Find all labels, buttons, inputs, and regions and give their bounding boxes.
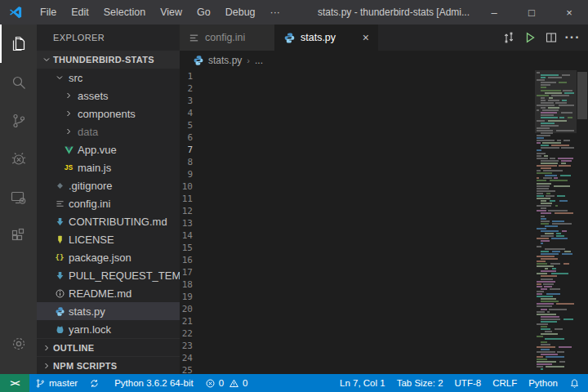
vue-file-icon xyxy=(62,143,75,156)
tree-item-label: package.json xyxy=(69,252,131,264)
window-controls: – □ × xyxy=(475,0,588,24)
encoding-status[interactable]: UTF-8 xyxy=(449,374,488,392)
breadcrumb[interactable]: stats.py › ... xyxy=(180,51,588,70)
tab-stats-py[interactable]: stats.py × xyxy=(275,24,378,51)
line-number: 11 xyxy=(180,193,193,205)
menu-view[interactable]: View xyxy=(153,0,189,24)
tree-item--gitignore[interactable]: .gitignore xyxy=(37,176,180,194)
problems-status[interactable]: 0 0 xyxy=(199,374,254,392)
chevron-down-icon xyxy=(40,53,53,66)
tab-size-status[interactable]: Tab Size: 2 xyxy=(391,374,449,392)
scrollbar-thumb[interactable] xyxy=(577,72,587,119)
git-branch-status[interactable]: master xyxy=(29,374,83,392)
line-number: 3 xyxy=(180,95,193,107)
md-file-icon xyxy=(53,215,66,228)
tree-item-src[interactable]: src xyxy=(37,69,180,87)
breadcrumb-file[interactable]: stats.py xyxy=(208,55,242,66)
close-tab-icon[interactable]: × xyxy=(356,31,369,44)
tree-root-thunderbird-stats[interactable]: THUNDERBIRD-STATS xyxy=(37,51,180,69)
tree-item-label: App.vue xyxy=(78,144,117,156)
tree-item-label: .gitignore xyxy=(69,180,112,192)
chevron-right-icon xyxy=(62,89,75,102)
line-number: 10 xyxy=(180,180,193,193)
remote-monitor-icon[interactable] xyxy=(0,178,37,216)
title-bar: FileEditSelectionViewGoDebug··· stats.py… xyxy=(0,0,588,24)
tree-item-main-js[interactable]: JSmain.js xyxy=(37,158,180,176)
tree-item-readme-md[interactable]: README.md xyxy=(37,284,180,302)
tree-item-label: config.ini xyxy=(69,198,110,210)
tree-item-license[interactable]: LICENSE xyxy=(37,230,180,248)
line-number: 22 xyxy=(180,327,193,340)
chevron-right-icon xyxy=(62,125,75,138)
tree-item-yarn-lock[interactable]: yarn.lock xyxy=(37,320,180,338)
js-file-icon: JS xyxy=(62,161,75,174)
tree-item-components[interactable]: components xyxy=(37,105,180,122)
search-icon[interactable] xyxy=(0,63,37,101)
info-file-icon xyxy=(53,287,66,300)
cursor-position-status[interactable]: Ln 7, Col 1 xyxy=(334,374,391,392)
explorer-icon[interactable] xyxy=(0,24,37,63)
status-bar: >< master Python 3.6.2 64-bit 0 0 Ln 7, … xyxy=(0,374,588,392)
menu-[interactable]: ··· xyxy=(263,0,288,24)
line-number: 9 xyxy=(180,168,193,180)
remote-indicator[interactable]: >< xyxy=(0,374,29,392)
tree-item-label: src xyxy=(69,72,82,84)
extensions-icon[interactable] xyxy=(0,216,37,255)
split-editor-icon[interactable] xyxy=(541,27,562,48)
explorer-header: EXPLORER xyxy=(37,24,180,51)
close-button[interactable]: × xyxy=(550,0,588,24)
settings-gear-icon[interactable] xyxy=(0,324,37,363)
editor-group: config.ini stats.py × ··· xyxy=(180,24,588,374)
python-interpreter-status[interactable]: Python 3.6.2 64-bit xyxy=(109,374,199,392)
tree-item-pull-request-temp-[interactable]: PULL_REQUEST_TEMP... xyxy=(37,266,180,284)
tree-item-app-vue[interactable]: App.vue xyxy=(37,140,180,158)
more-actions-icon[interactable]: ··· xyxy=(562,27,583,48)
sync-icon[interactable] xyxy=(83,374,109,392)
tree-item-contributing-md[interactable]: CONTRIBUTING.md xyxy=(37,212,180,230)
source-control-icon[interactable] xyxy=(0,101,37,140)
line-number: 6 xyxy=(180,131,193,144)
language-mode-status[interactable]: Python xyxy=(523,374,564,392)
menu-edit[interactable]: Edit xyxy=(64,0,96,24)
python-file-icon xyxy=(193,55,204,66)
line-number: 5 xyxy=(180,119,193,131)
code-editor[interactable]: 1234567891011121314151617181920212223242… xyxy=(180,70,588,374)
tree-item-label: LICENSE xyxy=(69,234,114,246)
line-number: 2 xyxy=(180,82,193,95)
python-file-icon xyxy=(53,305,66,318)
tree-item-data[interactable]: data xyxy=(37,122,180,140)
tree-item-label: stats.py xyxy=(69,305,105,318)
tree-item-config-ini[interactable]: config.ini xyxy=(37,194,180,212)
line-number: 21 xyxy=(180,315,193,327)
window-title: stats.py - thunderbird-stats [Admi... xyxy=(296,0,492,24)
menu-debug[interactable]: Debug xyxy=(218,0,263,24)
tree-item-assets[interactable]: assets xyxy=(37,87,180,105)
tree-item-package-json[interactable]: {}package.json xyxy=(37,248,180,266)
minimap[interactable] xyxy=(535,70,577,374)
menu-file[interactable]: File xyxy=(33,0,64,24)
notifications-bell-icon[interactable] xyxy=(564,374,580,392)
vertical-scrollbar[interactable] xyxy=(577,70,588,374)
eol-status[interactable]: CRLF xyxy=(487,374,523,392)
tree-item-stats-py[interactable]: stats.py xyxy=(37,302,180,320)
breadcrumb-separator-icon: › xyxy=(247,56,250,65)
outline-section[interactable]: OUTLINE xyxy=(37,338,180,356)
maximize-button[interactable]: □ xyxy=(513,0,550,24)
explorer-sidebar: EXPLORER THUNDERBIRD-STATS srcassetscomp… xyxy=(37,24,180,374)
line-number: 1 xyxy=(180,70,193,82)
minimize-button[interactable]: – xyxy=(475,0,513,24)
run-python-file-icon[interactable] xyxy=(519,27,541,48)
line-number: 25 xyxy=(180,364,193,374)
line-number: 20 xyxy=(180,303,193,315)
tab-config-ini[interactable]: config.ini xyxy=(180,24,275,51)
debug-icon[interactable] xyxy=(0,140,37,178)
tree-item-label: README.md xyxy=(69,287,131,300)
open-changes-icon[interactable] xyxy=(498,27,519,48)
menu-selection[interactable]: Selection xyxy=(96,0,153,24)
git-file-icon xyxy=(53,179,66,192)
breadcrumb-more[interactable]: ... xyxy=(255,55,263,66)
menu-go[interactable]: Go xyxy=(189,0,218,24)
npm-scripts-section[interactable]: NPM SCRIPTS xyxy=(37,356,180,374)
vscode-window: FileEditSelectionViewGoDebug··· stats.py… xyxy=(0,0,588,392)
editor-actions: ··· xyxy=(498,24,583,51)
